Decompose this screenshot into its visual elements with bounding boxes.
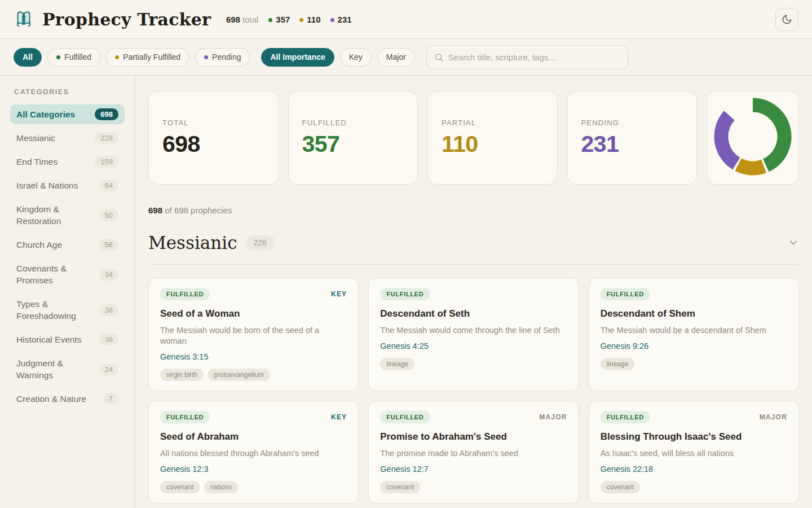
status-dot <box>204 55 208 59</box>
prophecy-card[interactable]: FULFILLED Descendant of Shem The Messiah… <box>589 278 799 391</box>
filter-pill[interactable]: Major <box>377 48 415 67</box>
tag-pill: protoevangelium <box>208 369 270 381</box>
open-book-logo-icon <box>14 8 35 30</box>
prophecy-card[interactable]: FULFILLED KEY Seed of Abraham All nation… <box>148 401 359 503</box>
sidebar: CATEGORIES All Categories 698 Messianic … <box>0 76 135 508</box>
filter-pill[interactable]: All <box>14 48 42 67</box>
search-input[interactable] <box>426 45 628 69</box>
sidebar-category-item[interactable]: Creation & Nature 7 <box>10 389 125 409</box>
scripture-reference[interactable]: Genesis 22:18 <box>601 465 654 474</box>
collapse-section-control[interactable] <box>788 237 799 248</box>
tag-pill: covenant <box>601 481 641 493</box>
filter-pill[interactable]: Key <box>340 48 372 67</box>
category-count-badge: 34 <box>99 269 118 281</box>
main-panel: TOTAL 698 FULFILLED 357 PARTIAL 110 PEND… <box>135 76 812 508</box>
status-badge: FULFILLED <box>380 288 430 300</box>
sidebar-category-item[interactable]: End Times 159 <box>10 152 125 172</box>
sidebar-category-item[interactable]: Messianic 228 <box>10 128 125 148</box>
filter-pill[interactable]: Pending <box>195 48 250 67</box>
scripture-reference[interactable]: Genesis 3:15 <box>160 352 208 361</box>
header-status-count: 110 <box>299 15 320 24</box>
status-badge: FULFILLED <box>160 411 210 423</box>
tag-pill: covenant <box>160 481 200 493</box>
category-count-badge: 7 <box>103 393 118 405</box>
stat-card: FULFILLED 357 <box>288 91 418 185</box>
prophecy-description: The Messiah would be a descendant of She… <box>601 325 787 336</box>
section-count-badge: 228 <box>246 235 275 251</box>
sidebar-category-item[interactable]: Israel & Nations 64 <box>10 176 125 195</box>
importance-label: MAJOR <box>760 413 787 421</box>
prophecy-description: The Messiah would be born of the seed of… <box>160 325 347 347</box>
theme-toggle-button[interactable] <box>775 8 798 31</box>
scripture-reference[interactable]: Genesis 12:7 <box>380 465 428 474</box>
stats-row: TOTAL 698 FULFILLED 357 PARTIAL 110 PEND… <box>148 91 799 185</box>
tag-list: covenant <box>601 481 787 493</box>
sidebar-category-item[interactable]: Covenants & Promises 34 <box>10 259 125 290</box>
prophecy-title: Promise to Abraham's Seed <box>380 431 567 443</box>
category-list: All Categories 698 Messianic 228 End Tim… <box>10 104 125 409</box>
status-dot <box>115 55 119 59</box>
filter-bar: AllFulfilledPartially FulfilledPending A… <box>0 39 812 76</box>
importance-label: KEY <box>331 413 347 421</box>
category-count-badge: 38 <box>99 304 118 316</box>
filter-pill[interactable]: Fulfilled <box>47 48 100 67</box>
status-badge: FULFILLED <box>380 411 430 423</box>
sidebar-category-item[interactable]: Historical Events 38 <box>10 330 125 349</box>
sidebar-category-item[interactable]: Judgment & Warnings 24 <box>10 353 125 385</box>
prophecy-title: Descendant of Seth <box>380 308 567 319</box>
search-box <box>426 45 628 69</box>
tag-pill: virgin birth <box>160 369 204 381</box>
prophecy-title: Seed of a Woman <box>160 308 347 319</box>
status-dot <box>268 18 272 22</box>
category-count-badge: 64 <box>99 179 118 191</box>
content: CATEGORIES All Categories 698 Messianic … <box>0 76 812 508</box>
category-count-badge: 38 <box>99 334 118 345</box>
tag-list: lineage <box>380 358 567 370</box>
category-count-badge: 159 <box>95 156 118 168</box>
status-badge: FULFILLED <box>601 411 650 423</box>
search-icon <box>434 52 444 62</box>
sidebar-category-item[interactable]: Types & Foreshadowing 38 <box>10 294 125 326</box>
importance-label: MAJOR <box>539 413 567 421</box>
prophecy-card[interactable]: FULFILLED KEY Seed of a Woman The Messia… <box>148 278 359 391</box>
prophecy-description: The Messiah would come through the line … <box>380 325 567 336</box>
tag-pill: covenant <box>380 481 420 493</box>
brand: Prophecy Tracker 698total 357110231 <box>14 8 352 30</box>
scripture-reference[interactable]: Genesis 9:26 <box>601 341 648 351</box>
filter-pill[interactable]: All Importance <box>261 48 334 67</box>
sidebar-category-item[interactable]: Church Age 56 <box>10 235 125 255</box>
sidebar-category-item[interactable]: Kingdom & Restoration 50 <box>10 199 125 231</box>
scripture-reference[interactable]: Genesis 4:25 <box>380 341 428 351</box>
header-status-count: 231 <box>330 15 352 24</box>
status-dot <box>56 55 60 59</box>
prophecy-description: All nations blessed through Abraham's se… <box>160 448 347 459</box>
scripture-reference[interactable]: Genesis 12:3 <box>160 465 208 474</box>
donut-chart-card <box>707 91 799 185</box>
app-root: Prophecy Tracker 698total 357110231 AllF… <box>0 0 812 508</box>
filter-pill[interactable]: Partially Fulfilled <box>106 48 189 67</box>
status-badge: FULFILLED <box>160 288 210 300</box>
stat-card: PARTIAL 110 <box>427 91 558 185</box>
prophecy-card-grid: FULFILLED KEY Seed of a Woman The Messia… <box>148 278 799 508</box>
sidebar-category-item[interactable]: All Categories 698 <box>10 104 125 124</box>
categories-heading: CATEGORIES <box>10 88 125 96</box>
status-badge: FULFILLED <box>601 288 650 300</box>
header-status-count: 357 <box>268 15 290 24</box>
tag-pill: lineage <box>380 358 414 370</box>
header-total-count: 698total <box>226 15 258 24</box>
tag-pill: nations <box>204 481 239 493</box>
category-count-badge: 56 <box>99 239 118 251</box>
prophecy-card[interactable]: FULFILLED MAJOR Promise to Abraham's See… <box>368 401 579 503</box>
importance-label: KEY <box>331 290 347 298</box>
category-count-badge: 24 <box>99 364 118 375</box>
prophecy-card[interactable]: FULFILLED Descendant of Seth The Messiah… <box>368 278 579 391</box>
importance-filter-group: All ImportanceKeyMajor <box>261 48 414 67</box>
category-count-badge: 698 <box>95 108 118 120</box>
section-header: Messianic 228 <box>148 233 799 265</box>
prophecy-title: Blessing Through Isaac's Seed <box>601 431 787 443</box>
header-stats: 698total 357110231 <box>226 15 352 24</box>
page-title: Prophecy Tracker <box>42 10 211 29</box>
stat-card: TOTAL 698 <box>148 91 279 185</box>
section-title: Messianic <box>148 233 237 253</box>
prophecy-card[interactable]: FULFILLED MAJOR Blessing Through Isaac's… <box>589 401 799 503</box>
